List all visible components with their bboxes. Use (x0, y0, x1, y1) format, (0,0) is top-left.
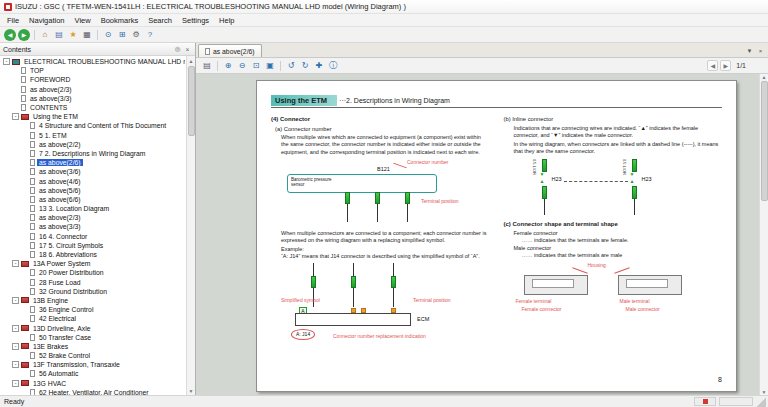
menu-search[interactable]: Search (143, 16, 177, 25)
male-arrow-icon: ▲ (630, 179, 635, 184)
doc-header-subtitle: ···2. Descriptions in Wiring Diagram (339, 97, 450, 104)
tree-item[interactable]: as above(3/3) (1, 94, 185, 103)
main-toolbar: ◀▶⌂▤★▦⊙⊞⚙? (0, 27, 768, 43)
tree-item[interactable]: -13D Driveline, Axle (1, 323, 185, 332)
tree-item[interactable]: 50 Transfer Case (1, 333, 185, 342)
resize-grip[interactable] (756, 397, 766, 407)
doc-scrollbar[interactable]: ▲ ▼ (759, 74, 768, 395)
tree-item[interactable]: 28 Fuse Load (1, 278, 185, 287)
menu-view[interactable]: View (70, 16, 96, 25)
tree-item[interactable]: 13 3. Location Diagram (1, 204, 185, 213)
print-icon[interactable]: ▦ (81, 29, 93, 41)
scroll-up-icon[interactable]: ▲ (187, 56, 195, 65)
collapse-icon[interactable]: - (3, 58, 10, 65)
close-sidebar-icon[interactable]: × (183, 45, 192, 54)
tree-item[interactable]: -13A Power System (1, 259, 185, 268)
tree-item[interactable]: -Using the ETM (1, 112, 185, 121)
menu-file[interactable]: File (2, 16, 24, 25)
tree-item-label: 50 Transfer Case (37, 334, 93, 341)
next-page-icon[interactable]: ▶ (720, 60, 731, 71)
collapse-icon[interactable]: - (12, 361, 19, 368)
page-icon (30, 288, 35, 295)
info-icon[interactable]: ⓘ (327, 60, 339, 72)
tree-item[interactable]: CONTENTS (1, 103, 185, 112)
menu-bookmarks[interactable]: Bookmarks (96, 16, 144, 25)
tree-item-label: as above(2/3) (28, 86, 74, 93)
tree-item[interactable]: as above(2/2) (1, 140, 185, 149)
pan-icon[interactable]: ✚ (313, 60, 325, 72)
zoom-out-icon[interactable]: ⊖ (236, 60, 248, 72)
tab-as-above-2-6[interactable]: as above(2/6) (198, 44, 262, 57)
tree-item[interactable]: 18 6. Abbreviations (1, 250, 185, 259)
collapse-icon[interactable]: - (12, 297, 19, 304)
scrollbar-track[interactable] (187, 65, 195, 386)
tree-item[interactable]: 7 2. Descriptions in Wiring Diagram (1, 149, 185, 158)
tree-item[interactable]: 42 Electrical (1, 314, 185, 323)
tree-item[interactable]: 56 Automatic (1, 369, 185, 378)
tree-item[interactable]: -13F Transmission, Transaxle (1, 360, 185, 369)
tree-item[interactable]: 5 1. ETM (1, 131, 185, 140)
close-tab-icon[interactable]: × (755, 45, 766, 56)
tree-item[interactable]: -13B Engine (1, 296, 185, 305)
back-icon[interactable]: ◀ (4, 29, 16, 41)
tree-item-label: 56 Automatic (37, 370, 80, 377)
bookmark-icon[interactable]: ★ (67, 29, 79, 41)
tree-item[interactable]: as above(2/3) (1, 85, 185, 94)
tree-item[interactable]: -ELECTRICAL TROUBLESHOOTING MANUAL LHD m… (1, 57, 185, 66)
tree-item[interactable]: 17 5. Circuit Symbols (1, 241, 185, 250)
tree-item[interactable]: 32 Ground Distribution (1, 287, 185, 296)
menu-help[interactable]: Help (214, 16, 239, 25)
fit-page-icon[interactable]: ▣ (264, 60, 276, 72)
tree-item[interactable]: as above(6/6) (1, 195, 185, 204)
male-terminal-drawing (626, 279, 668, 288)
tree-item[interactable]: 20 Power Distribution (1, 268, 185, 277)
collapse-icon[interactable]: - (12, 113, 19, 120)
forward-icon[interactable]: ▶ (18, 29, 30, 41)
tree-item[interactable]: 62 Heater, Ventilator, Air Conditioner (1, 388, 185, 395)
collapse-icon[interactable]: - (12, 343, 19, 350)
collapse-icon[interactable]: - (12, 325, 19, 332)
sidebar-scrollbar[interactable]: ▲ ▼ (186, 56, 195, 395)
zoom-region-icon[interactable]: ⊡ (250, 60, 262, 72)
print-icon[interactable]: ▤ (201, 60, 213, 72)
menu-settings[interactable]: Settings (177, 16, 214, 25)
help-icon[interactable]: ? (144, 29, 156, 41)
tree-item[interactable]: as above(3/3) (1, 222, 185, 231)
toolbar-separator (34, 30, 35, 40)
scroll-down-icon[interactable]: ▼ (762, 389, 767, 395)
pin-icon[interactable]: ◎ (173, 45, 182, 54)
connector-pin (375, 192, 380, 204)
tree-item-label: 36 Engine Control (37, 306, 95, 313)
tree-item[interactable]: -13E Brakes (1, 342, 185, 351)
menu-navigation[interactable]: Navigation (24, 16, 69, 25)
search-icon[interactable]: ⊙ (102, 29, 114, 41)
scroll-down-icon[interactable]: ▼ (187, 386, 195, 395)
tree-item[interactable]: -13G HVAC (1, 379, 185, 388)
rotate-right-icon[interactable]: ↻ (299, 60, 311, 72)
tree-item[interactable]: 52 Brake Control (1, 351, 185, 360)
tree-item[interactable]: as above(5/6) (1, 186, 185, 195)
collapse-icon[interactable]: - (12, 260, 19, 267)
zoom-in-icon[interactable]: ⊕ (222, 60, 234, 72)
tree-item[interactable]: as above(2/3) (1, 213, 185, 222)
prev-page-icon[interactable]: ◀ (707, 60, 718, 71)
rotate-left-icon[interactable]: ↺ (285, 60, 297, 72)
tree-item[interactable]: 36 Engine Control (1, 305, 185, 314)
contents-panel-icon[interactable]: ▤ (53, 29, 65, 41)
tree-item[interactable]: as above(3/6) (1, 167, 185, 176)
tree-item[interactable]: as above(2/6) (1, 158, 185, 167)
settings-icon[interactable]: ⚙ (130, 29, 142, 41)
tab-list-icon[interactable]: ▼ (744, 45, 755, 56)
collapse-icon[interactable]: - (12, 380, 19, 387)
tree-item[interactable]: TOP (1, 66, 185, 75)
page-icon (21, 76, 26, 83)
tree-item[interactable]: FOREWORD (1, 75, 185, 84)
tree-item[interactable]: 4 Structure and Content of This Document (1, 121, 185, 130)
home-icon[interactable]: ⌂ (39, 29, 51, 41)
scrollbar-track[interactable] (760, 80, 768, 389)
copy-icon[interactable]: ⊞ (116, 29, 128, 41)
tree-item[interactable]: 16 4. Connector (1, 232, 185, 241)
scrollbar-thumb[interactable] (761, 81, 768, 201)
scrollbar-thumb[interactable] (188, 66, 195, 136)
tree-item[interactable]: as above(4/6) (1, 176, 185, 185)
